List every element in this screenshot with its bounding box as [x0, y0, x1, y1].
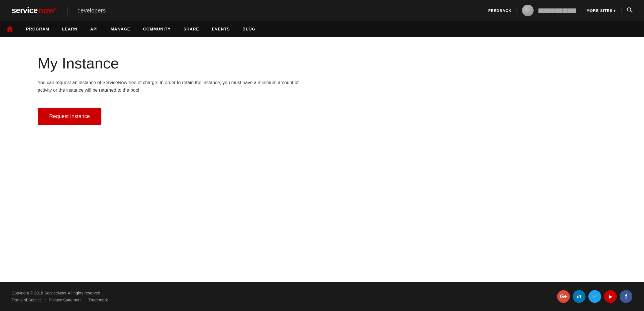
- top-bar: servicenow® | developers FEEDBACK | ████…: [0, 0, 644, 21]
- top-bar-left: servicenow® | developers: [12, 6, 106, 15]
- separator-2: |: [580, 8, 582, 14]
- user-name-text: ██████████████: [538, 8, 576, 13]
- logo-divider: |: [66, 6, 68, 15]
- logo-now-text: now®: [39, 6, 57, 15]
- request-instance-button[interactable]: Request Instance: [38, 108, 101, 125]
- avatar[interactable]: [522, 5, 534, 16]
- youtube-button[interactable]: ▶: [604, 290, 617, 303]
- nav-item-api[interactable]: API: [84, 21, 104, 37]
- nav-item-learn[interactable]: LEARN: [56, 21, 84, 37]
- linkedin-button[interactable]: in: [573, 290, 585, 303]
- main-content: My Instance You can request an instance …: [0, 37, 644, 282]
- logo: servicenow®: [12, 6, 57, 15]
- logo-developers-text: developers: [77, 7, 106, 14]
- top-bar-right: FEEDBACK | ██████████████ | MORE SITES ▾…: [488, 5, 632, 16]
- separator-1: |: [516, 8, 518, 14]
- nav-items: PROGRAM LEARN API MANAGE COMMUNITY SHARE…: [20, 21, 262, 37]
- separator-3: |: [621, 8, 622, 14]
- footer-links: Terms of Service | Privacy Statement | T…: [12, 298, 108, 302]
- home-icon: [6, 25, 14, 33]
- trademark-link[interactable]: Trademark: [88, 298, 108, 302]
- page-title: My Instance: [38, 55, 606, 72]
- logo-service-text: service: [12, 6, 38, 15]
- footer-sep-1: |: [45, 298, 46, 302]
- nav-item-share[interactable]: SHARE: [177, 21, 205, 37]
- nav-item-manage[interactable]: MANAGE: [104, 21, 137, 37]
- nav-bar: PROGRAM LEARN API MANAGE COMMUNITY SHARE…: [0, 21, 644, 37]
- google-plus-button[interactable]: G+: [557, 290, 570, 303]
- footer: Copyright © 2018 ServiceNow. All rights …: [0, 282, 644, 311]
- footer-left: Copyright © 2018 ServiceNow. All rights …: [12, 291, 108, 302]
- nav-item-community[interactable]: COMMUNITY: [137, 21, 177, 37]
- nav-item-blog[interactable]: BLOG: [236, 21, 262, 37]
- footer-social: G+ in 🐦 ▶ f: [557, 290, 632, 303]
- footer-sep-2: |: [85, 298, 86, 302]
- facebook-button[interactable]: f: [620, 290, 632, 303]
- svg-line-1: [630, 11, 632, 12]
- twitter-button[interactable]: 🐦: [588, 290, 601, 303]
- nav-item-program[interactable]: PROGRAM: [20, 21, 56, 37]
- privacy-statement-link[interactable]: Privacy Statement: [49, 298, 82, 302]
- nav-item-events[interactable]: EVENTS: [205, 21, 236, 37]
- more-sites-button[interactable]: MORE SITES ▾: [586, 8, 616, 13]
- search-icon: [627, 7, 632, 13]
- search-button[interactable]: [627, 7, 632, 14]
- page-description: You can request an instance of ServiceNo…: [38, 79, 304, 94]
- footer-copyright: Copyright © 2018 ServiceNow. All rights …: [12, 291, 108, 295]
- home-button[interactable]: [6, 25, 14, 33]
- feedback-button[interactable]: FEEDBACK: [488, 8, 512, 13]
- terms-of-service-link[interactable]: Terms of Service: [12, 298, 42, 302]
